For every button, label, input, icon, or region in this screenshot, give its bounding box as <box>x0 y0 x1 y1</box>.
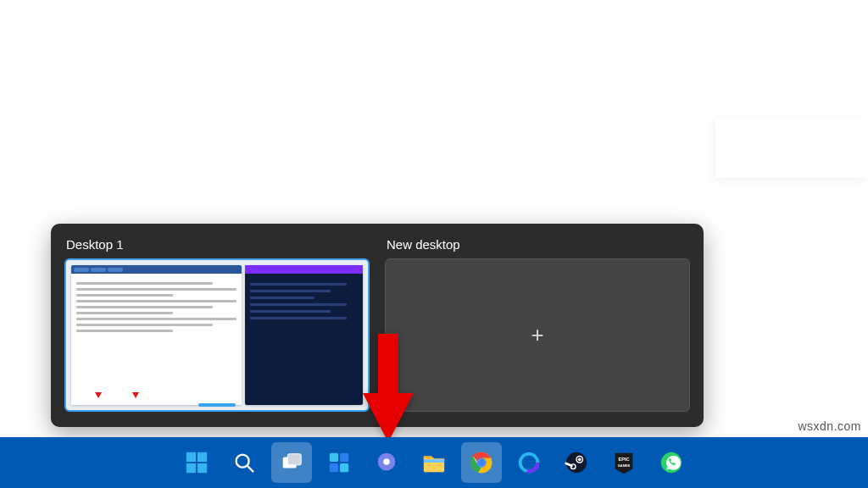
new-desktop-card[interactable]: New desktop + <box>385 234 690 412</box>
desktop-label: New desktop <box>387 237 688 252</box>
task-view-icon <box>279 450 304 475</box>
file-explorer-button[interactable] <box>414 442 454 483</box>
svg-rect-7 <box>287 454 301 465</box>
svg-rect-9 <box>340 453 348 462</box>
file-explorer-icon <box>421 450 447 475</box>
widgets-button[interactable] <box>319 442 359 483</box>
svg-rect-14 <box>424 459 444 463</box>
svg-rect-2 <box>186 463 196 473</box>
active-desktop-indicator <box>198 403 236 407</box>
chat-button[interactable] <box>366 442 407 483</box>
start-button[interactable] <box>176 442 217 483</box>
desktop-thumbnail[interactable] <box>64 258 370 412</box>
epic-games-button[interactable]: EPIC GAMES <box>604 442 644 483</box>
chat-icon <box>374 450 399 475</box>
steam-icon <box>564 450 589 475</box>
taskbar: EPIC GAMES <box>0 437 868 488</box>
svg-rect-1 <box>198 452 207 462</box>
svg-rect-3 <box>198 463 207 473</box>
background-shadow <box>715 119 868 178</box>
thumb-window-document <box>71 265 242 405</box>
svg-point-21 <box>566 452 587 473</box>
widgets-icon <box>326 450 352 475</box>
plus-icon: + <box>531 322 543 348</box>
thumb-window-editor <box>245 265 363 405</box>
search-icon <box>231 450 257 475</box>
start-icon <box>184 450 209 475</box>
steam-button[interactable] <box>556 442 597 483</box>
svg-point-13 <box>383 458 390 465</box>
cortana-button[interactable] <box>509 442 549 483</box>
new-desktop-button[interactable]: + <box>385 258 690 412</box>
taskbar-center-icons: EPIC GAMES <box>176 442 692 483</box>
svg-text:GAMES: GAMES <box>618 463 631 468</box>
whatsapp-icon <box>659 450 684 475</box>
svg-text:EPIC: EPIC <box>618 457 629 462</box>
search-button[interactable] <box>224 442 264 483</box>
virtual-desktop-card[interactable]: Desktop 1 <box>64 234 370 412</box>
whatsapp-button[interactable] <box>651 442 692 483</box>
svg-rect-0 <box>186 452 196 462</box>
annotation-arrow-icon <box>363 334 414 442</box>
cortana-icon <box>516 450 542 475</box>
thumbnail-windows <box>71 265 363 405</box>
desktop-label: Desktop 1 <box>66 237 368 252</box>
svg-point-18 <box>478 459 485 466</box>
svg-point-23 <box>578 458 581 461</box>
chrome-button[interactable] <box>461 442 502 483</box>
watermark-text: wsxdn.com <box>798 419 861 433</box>
svg-rect-10 <box>330 463 338 472</box>
epic-games-icon: EPIC GAMES <box>611 450 637 475</box>
task-view-button[interactable] <box>271 442 312 483</box>
svg-rect-8 <box>330 453 338 462</box>
chrome-icon <box>469 450 494 475</box>
svg-rect-11 <box>340 463 348 472</box>
svg-line-5 <box>248 466 253 472</box>
